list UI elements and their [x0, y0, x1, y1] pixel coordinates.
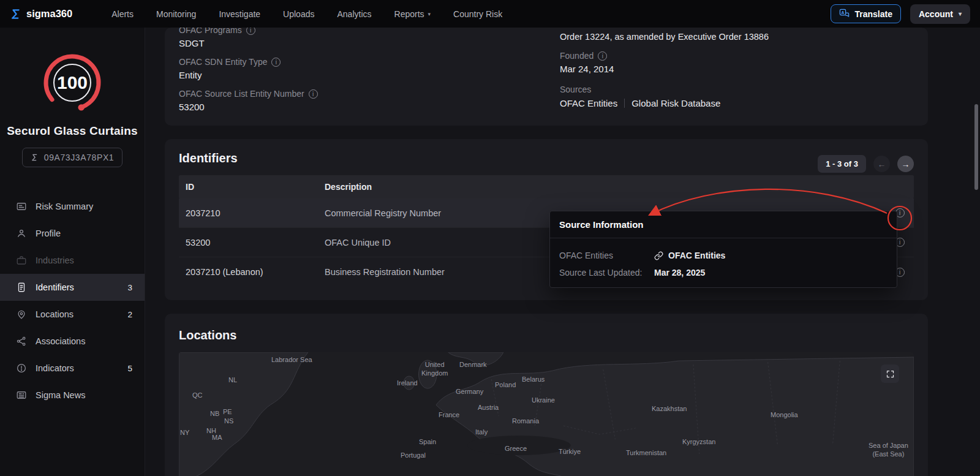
map-label: NY: [180, 429, 189, 437]
app-root: sigma360 Alerts Monitoring Investigate U…: [0, 0, 980, 476]
sidebar-item-profile[interactable]: Profile: [0, 220, 145, 247]
column-header-description: Description: [325, 182, 886, 192]
map-label: QC: [192, 391, 203, 400]
translate-icon: A: [839, 9, 850, 19]
vertical-scrollbar[interactable]: [974, 104, 978, 190]
nav-alerts[interactable]: Alerts: [111, 9, 134, 19]
field-label: Founded: [560, 51, 594, 61]
field-ofac-sdn-entity-type: OFAC SDN Entity Typei Entity: [179, 56, 318, 81]
column-header-id: ID: [179, 182, 325, 192]
field-value: Entity: [179, 70, 318, 81]
map-labels-layer: Labrador SeaNLQCNBPENSNHMANYIrelandUnite…: [179, 352, 914, 476]
map-label: Spain: [419, 438, 436, 447]
entity-id-chip[interactable]: 09A73J3A78PX1: [22, 148, 123, 167]
map-label: NL: [228, 376, 237, 385]
sidebar-item-label: Locations: [36, 309, 74, 319]
info-icon[interactable]: i: [309, 89, 318, 99]
map-label: Belarus: [522, 376, 545, 384]
sidebar-item-identifiers[interactable]: Identifiers 3: [0, 274, 145, 301]
next-page-button[interactable]: →: [897, 156, 914, 172]
sources-line: OFAC Entities Global Risk Database: [560, 98, 769, 108]
field-label: Sources: [560, 85, 591, 94]
sidebar-item-count: 5: [127, 364, 132, 373]
nav-uploads[interactable]: Uploads: [283, 9, 314, 19]
map-label: Austria: [478, 404, 499, 412]
identifier-id: 2037210: [179, 208, 325, 218]
arrow-right-icon: →: [902, 159, 910, 169]
field-label: OFAC SDN Entity Type: [179, 57, 267, 67]
source-link[interactable]: OFAC Entities: [654, 251, 725, 260]
sidebar-item-associations[interactable]: Associations: [0, 328, 145, 355]
details-right-column: Order 13224, as amended by Executive Ord…: [560, 32, 769, 108]
identifiers-card: Identifiers 1 - 3 of 3 ← → ID Descriptio…: [165, 139, 928, 300]
top-navbar: sigma360 Alerts Monitoring Investigate U…: [0, 0, 980, 28]
locations-map[interactable]: Labrador SeaNLQCNBPENSNHMANYIrelandUnite…: [179, 352, 914, 476]
risk-summary-icon: [16, 201, 27, 212]
sidebar-item-label: Industries: [36, 255, 74, 265]
field-value: SDGT: [179, 38, 318, 50]
sidebar-item-sigma-news[interactable]: Sigma News: [0, 382, 145, 409]
nav-investigate[interactable]: Investigate: [219, 9, 260, 19]
sidebar-item-industries[interactable]: Industries: [0, 247, 145, 274]
entity-id-value: 09A73J3A78PX1: [44, 153, 114, 162]
info-icon[interactable]: i: [271, 58, 281, 67]
identifier-id: 53200: [179, 238, 325, 247]
account-button[interactable]: Account ▾: [910, 4, 970, 24]
svg-text:A: A: [842, 10, 845, 15]
entity-details-card: OFAC Programsi SDGT OFAC SDN Entity Type…: [165, 28, 928, 126]
order-text: Order 13224, as amended by Executive Ord…: [560, 32, 769, 42]
risk-score-value: 100: [40, 51, 104, 115]
nav-country-risk[interactable]: Country Risk: [453, 9, 502, 19]
sidebar-item-indicators[interactable]: Indicators 5: [0, 355, 145, 382]
nav-reports[interactable]: Reports▾: [394, 9, 431, 19]
main-content: OFAC Programsi SDGT OFAC SDN Entity Type…: [145, 28, 980, 476]
map-label: NS: [224, 417, 233, 426]
brand[interactable]: sigma360: [10, 8, 72, 20]
locations-icon: [16, 309, 27, 320]
sidebar-item-label: Indicators: [36, 363, 74, 373]
entity-sidebar: 100 Securol Glass Curtains 09A73J3A78PX1…: [0, 28, 145, 476]
sidebar-item-count: 3: [127, 283, 132, 292]
sigma360-logo-icon: [10, 8, 22, 20]
map-label: PE: [223, 408, 232, 417]
tooltip-title: Source Information: [550, 211, 897, 238]
sidebar-item-count: 2: [127, 310, 132, 319]
info-icon[interactable]: i: [598, 51, 607, 61]
map-label: Denmark: [459, 361, 487, 369]
map-fullscreen-button[interactable]: [881, 365, 899, 383]
source-information-tooltip: Source Information OFAC Entities OFAC En…: [549, 211, 897, 288]
link-icon: [654, 251, 663, 260]
map-label: NB: [210, 410, 219, 418]
map-label: Poland: [495, 381, 516, 390]
map-label: United Kingdom: [421, 361, 448, 378]
sidebar-item-label: Risk Summary: [36, 202, 93, 211]
tooltip-value: Mar 28, 2025: [654, 268, 705, 278]
translate-label: Translate: [854, 9, 892, 19]
nav-analytics[interactable]: Analytics: [337, 9, 371, 19]
translate-button[interactable]: A Translate: [831, 4, 900, 23]
sidebar-item-risk-summary[interactable]: Risk Summary: [0, 193, 145, 220]
prev-page-button[interactable]: ←: [873, 156, 890, 172]
sidebar-item-locations[interactable]: Locations 2: [0, 301, 145, 328]
account-label: Account: [919, 9, 953, 19]
pagination: 1 - 3 of 3 ← →: [818, 155, 914, 173]
fullscreen-icon: [886, 369, 895, 379]
map-label: Türkiye: [559, 448, 581, 456]
pagination-range: 1 - 3 of 3: [818, 155, 866, 173]
map-label: Germany: [456, 388, 483, 396]
map-label: Turkmenistan: [626, 449, 666, 458]
identifiers-icon: [16, 282, 27, 293]
divider: [624, 99, 625, 108]
source-name[interactable]: OFAC Entities: [560, 98, 617, 108]
chevron-down-icon: ▾: [959, 10, 962, 17]
tooltip-row: OFAC Entities OFAC Entities: [559, 251, 888, 260]
sidebar-item-label: Identifiers: [36, 282, 74, 292]
profile-icon: [16, 228, 27, 239]
field-label: OFAC Source List Entity Number: [179, 89, 304, 99]
table-header: ID Description: [179, 175, 914, 198]
locations-card: Locations: [165, 314, 928, 476]
info-icon[interactable]: i: [246, 28, 255, 35]
map-label: Ukraine: [532, 396, 555, 405]
source-name[interactable]: Global Risk Database: [631, 98, 720, 108]
nav-monitoring[interactable]: Monitoring: [156, 9, 196, 19]
